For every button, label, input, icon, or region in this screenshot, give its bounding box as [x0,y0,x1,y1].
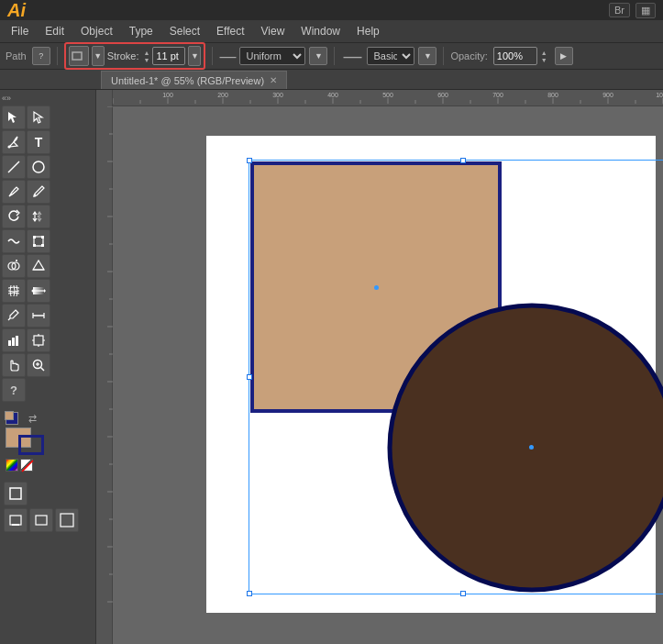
svg-rect-37 [10,516,21,525]
ellipse-tool[interactable] [27,155,50,179]
document-tab[interactable]: Untitled-1* @ 55% (RGB/Preview) ✕ [101,71,287,89]
stroke-icon-btn[interactable] [69,46,89,66]
svg-text:1000: 1000 [656,92,663,98]
selection-tool[interactable] [2,105,26,129]
measure-tool[interactable] [27,304,50,328]
canvas-document [206,136,656,613]
tool-row-1 [2,105,94,129]
main-area: «» T [0,90,663,644]
svg-point-5 [34,194,37,197]
svg-rect-24 [12,338,15,346]
hand-tool[interactable] [2,353,26,377]
none-btn[interactable] [20,459,33,472]
warp-tool[interactable] [2,229,26,253]
stroke-down[interactable]: ▼ [144,57,150,63]
screen-mode-2[interactable] [29,508,53,532]
color-mode-row [6,459,90,472]
stroke-value-input[interactable]: 11 pt [152,47,185,65]
ruler-top: 100 200 300 400 500 600 700 800 900 1000 [96,90,663,106]
tool-row-9 [2,304,94,328]
toolbar-separator-4 [443,47,444,65]
color-mode-btn[interactable] [6,459,18,472]
stroke-dropdown-btn[interactable]: ▼ [92,46,105,66]
direct-selection-tool[interactable] [27,105,50,129]
menu-edit[interactable]: Edit [38,23,72,39]
type-tool[interactable]: T [27,130,50,154]
svg-rect-1 [73,53,81,59]
menu-type[interactable]: Type [122,23,160,39]
pencil-tool[interactable] [2,180,26,204]
swap-colors-btn[interactable]: ⇄ [28,413,37,425]
scroll-left-btn[interactable]: «» [2,94,11,103]
free-transform-tool[interactable] [27,229,50,253]
tab-close-button[interactable]: ✕ [270,75,277,85]
stroke-up[interactable]: ▲ [144,50,150,56]
menu-file[interactable]: File [4,23,36,39]
menu-view[interactable]: View [254,23,293,39]
svg-text:100: 100 [162,92,173,98]
paintbrush-tool[interactable] [27,180,50,204]
ruler-left [96,90,113,644]
basic-select[interactable]: Basic [367,47,414,65]
screen-mode-row [4,508,92,532]
menu-effect[interactable]: Effect [209,23,251,39]
tool-row-6 [2,229,94,253]
svg-line-35 [22,461,33,472]
svg-text:200: 200 [217,92,228,98]
help-tool[interactable]: ? [2,378,26,402]
gradient-tool[interactable] [27,279,50,303]
path-question-button[interactable]: ? [32,47,50,65]
shape-builder-tool[interactable] [2,254,26,278]
basic-dropdown[interactable]: ▼ [418,47,436,65]
screen-mode-1[interactable] [4,508,28,532]
menu-help[interactable]: Help [349,23,387,39]
column-graph-tool[interactable] [2,328,26,352]
svg-point-2 [8,146,11,149]
svg-rect-38 [12,524,19,526]
eyedropper-tool[interactable] [2,304,26,328]
workspace-button[interactable]: ▦ [635,3,656,18]
bridge-button[interactable]: Br [609,3,630,17]
perspective-grid-tool[interactable] [27,254,50,278]
svg-marker-18 [44,289,46,293]
artboard-tool[interactable] [27,328,50,352]
opacity-label: Opacity: [450,50,487,61]
menu-window[interactable]: Window [293,23,348,39]
stroke-color-box[interactable] [18,435,44,455]
stroke-spinners: ▲ ▼ [144,50,150,63]
draw-normal-btn[interactable] [4,482,28,505]
svg-text:700: 700 [492,92,503,98]
screen-mode-3[interactable] [55,508,79,532]
fill-stroke-area [6,427,46,457]
canvas-area: 100 200 300 400 500 600 700 800 900 1000 [96,90,663,644]
reflect-tool[interactable] [27,205,50,228]
line-icon: — [219,47,236,66]
toolbar-separator-2 [212,47,213,65]
stroke-pt-dropdown[interactable]: ▼ [188,46,201,66]
tool-row-7 [2,254,94,278]
menu-object[interactable]: Object [73,23,120,39]
toolbar-separator-1 [57,47,58,65]
zoom-tool[interactable] [27,353,50,377]
svg-line-32 [41,368,45,372]
line-tool[interactable] [2,155,26,179]
rotate-tool[interactable] [2,205,26,228]
fill-stroke-default-icon[interactable] [6,412,18,425]
bottom-icons [2,480,94,534]
uniform-select[interactable]: Uniform [239,47,305,65]
opacity-value[interactable]: 100% [493,47,537,65]
pen-tool[interactable] [2,130,26,154]
menu-bar: File Edit Object Type Select Effect View… [0,20,663,42]
path-label: Path [6,50,27,61]
svg-text:400: 400 [327,92,338,98]
uniform-dropdown[interactable]: ▼ [309,47,327,65]
opacity-down[interactable]: ▼ [541,57,547,63]
svg-rect-26 [34,336,43,345]
menu-select[interactable]: Select [162,23,207,39]
title-bar: Ai Br ▦ [0,0,663,20]
draw-mode-row [4,482,92,505]
expand-button[interactable]: ▶ [555,47,573,65]
opacity-up[interactable]: ▲ [541,50,547,56]
tool-row-5 [2,205,94,228]
mesh-tool[interactable] [2,279,26,303]
